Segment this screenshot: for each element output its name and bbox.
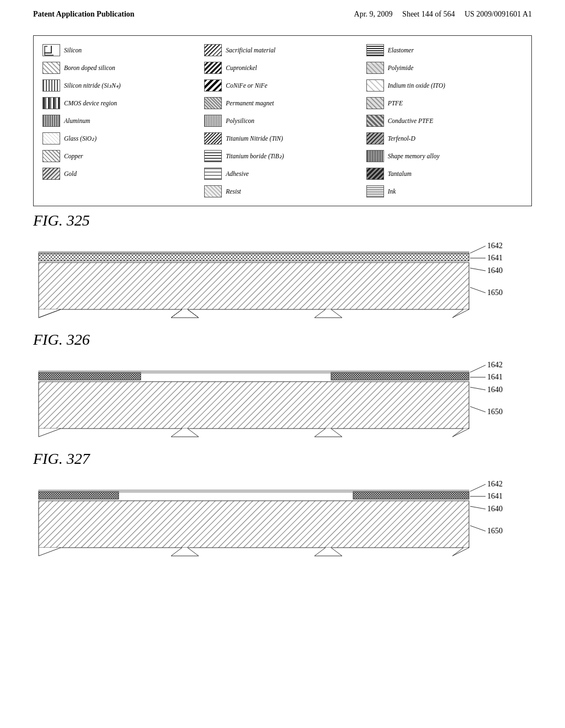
legend-item-tantalum: Tantalum — [366, 166, 523, 181]
legend-item-shape-memory: Shape memory alloy — [366, 148, 523, 164]
svg-rect-26 — [39, 501, 469, 548]
legend-item-ink: Ink — [366, 184, 523, 199]
publication-title: Patent Application Publication — [33, 10, 135, 19]
swatch-polyimide — [366, 62, 384, 74]
label-permanent: Permanent magnet — [226, 100, 274, 106]
svg-rect-5 — [39, 251, 469, 254]
swatch-copper — [42, 150, 60, 162]
legend-item-adhesive: Adhesive — [204, 166, 360, 181]
legend-item-glass: Glass (SiO₂) — [42, 131, 199, 146]
legend-item-gold: Gold — [42, 166, 199, 181]
ref-1640: 1640 — [487, 266, 503, 275]
ref-1642-327: 1642 — [487, 480, 503, 488]
swatch-titanium-boride — [204, 150, 222, 162]
legend-item-ptfe: PTFE — [366, 95, 523, 111]
ref-1650: 1650 — [487, 288, 503, 297]
legend-item-cupronickel: Cupronickel — [204, 60, 360, 76]
label-adhesive: Adhesive — [226, 170, 249, 177]
fig-326-svg: 1642 1641 1640 1650 — [33, 351, 513, 442]
fig-325-label: FIG. 325 — [33, 212, 532, 229]
legend-item-silicon: Silicon — [42, 42, 199, 58]
label-gold: Gold — [64, 170, 77, 177]
label-silicon: Silicon — [64, 47, 82, 53]
svg-rect-3 — [39, 263, 469, 309]
swatch-ink — [366, 185, 384, 197]
swatch-cmos — [42, 97, 60, 109]
ref-1640-326: 1640 — [487, 386, 503, 394]
fig-327-diagram: 1642 1641 1640 1650 — [33, 470, 532, 564]
fig-326-label: FIG. 326 — [33, 331, 532, 349]
label-elastomer: Elastomer — [388, 47, 414, 53]
ref-1640-327: 1640 — [487, 505, 503, 513]
label-titanium-boride: Titanium boride (TiB₂) — [226, 152, 284, 160]
ref-1641-327: 1641 — [487, 492, 503, 500]
ref-1642: 1642 — [487, 242, 503, 250]
label-cmos: CMOS device region — [64, 100, 117, 106]
label-silicon-nitride: Silicon nitride (Si₃N₄) — [64, 82, 121, 89]
label-polysilicon: Polysilicon — [226, 117, 254, 124]
legend-item-aluminum: Aluminum — [42, 113, 199, 129]
patent-number: US 2009/0091601 A1 — [465, 10, 532, 18]
swatch-ptfe — [366, 97, 384, 109]
legend-item-boron: Boron doped silicon — [42, 60, 199, 76]
svg-line-22 — [470, 406, 486, 412]
publication-date: Apr. 9, 2009 — [354, 10, 393, 18]
swatch-boron — [42, 62, 60, 74]
legend-item-permanent: Permanent magnet — [204, 95, 360, 111]
label-ptfe: PTFE — [388, 100, 403, 106]
label-shape-memory: Shape memory alloy — [388, 153, 440, 159]
fig-327-svg: 1642 1641 1640 1650 — [33, 470, 513, 561]
label-sacrificial: Sacrificial material — [226, 47, 275, 53]
swatch-silicon — [42, 44, 60, 56]
svg-line-30 — [470, 484, 486, 491]
ref-1650-326: 1650 — [487, 408, 503, 416]
legend-item-titanium-nitride: Titanium Nitride (TiN) — [204, 131, 360, 146]
legend-item-silicon-nitride: Silicon nitride (Si₃N₄) — [42, 78, 199, 93]
legend-item-blank — [42, 184, 199, 199]
svg-rect-29 — [39, 490, 469, 493]
swatch-conductive-ptfe — [366, 115, 384, 127]
legend-grid: Silicon Sacrificial material Elastomer B… — [42, 42, 523, 199]
legend-item-copper: Copper — [42, 148, 199, 164]
svg-line-6 — [470, 246, 486, 253]
ref-1641: 1641 — [487, 254, 503, 262]
svg-line-33 — [470, 526, 486, 531]
swatch-elastomer — [366, 44, 384, 56]
legend-item-conductive-ptfe: Conductive PTFE — [366, 113, 523, 129]
swatch-aluminum — [42, 115, 60, 127]
label-resist: Resist — [226, 188, 241, 195]
svg-line-21 — [470, 387, 486, 390]
fig-327-label: FIG. 327 — [33, 450, 532, 468]
fig-325-diagram: 1642 1641 1640 1650 — [33, 232, 532, 325]
svg-line-32 — [470, 506, 486, 509]
publication-info: Apr. 9, 2009 Sheet 144 of 564 US 2009/00… — [354, 10, 532, 19]
legend-item-conife: CoNiFe or NiFe — [204, 78, 360, 93]
swatch-polysilicon — [204, 115, 222, 127]
label-copper: Copper — [64, 153, 83, 159]
swatch-ito — [366, 79, 384, 92]
sheet-info: Sheet 144 of 564 — [402, 10, 455, 18]
legend-box: Silicon Sacrificial material Elastomer B… — [33, 35, 532, 206]
svg-rect-18 — [39, 371, 469, 373]
svg-line-19 — [470, 365, 486, 372]
swatch-tantalum — [366, 168, 384, 180]
swatch-sacrificial — [204, 44, 222, 56]
legend-item-ito: Indium tin oxide (ITO) — [366, 78, 523, 93]
swatch-permanent — [204, 97, 222, 109]
swatch-titanium-nitride — [204, 132, 222, 144]
legend-item-cmos: CMOS device region — [42, 95, 199, 111]
swatch-resist — [204, 185, 222, 197]
page-header: Patent Application Publication Apr. 9, 2… — [0, 0, 565, 24]
label-aluminum: Aluminum — [64, 117, 90, 124]
svg-line-9 — [470, 287, 486, 293]
fig-326-diagram: 1642 1641 1640 1650 — [33, 351, 532, 445]
label-cupronickel: Cupronickel — [226, 65, 257, 71]
swatch-silicon-nitride — [42, 79, 60, 92]
label-tantalum: Tantalum — [388, 170, 412, 177]
swatch-terfenol — [366, 132, 384, 144]
ref-1650-327: 1650 — [487, 527, 503, 535]
legend-item-terfenol: Terfenol-D — [366, 131, 523, 146]
label-glass: Glass (SiO₂) — [64, 135, 97, 142]
label-terfenol: Terfenol-D — [388, 135, 415, 142]
legend-item-resist: Resist — [204, 184, 360, 199]
